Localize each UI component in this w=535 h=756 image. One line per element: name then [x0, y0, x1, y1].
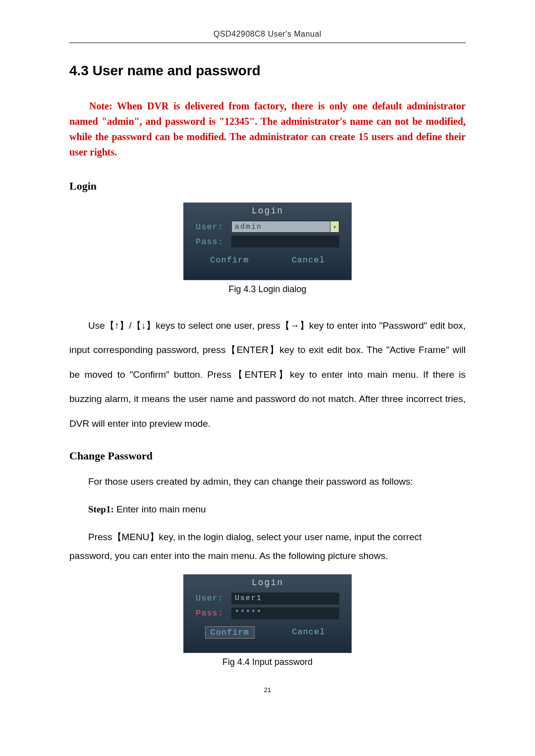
- login-dialog-figure-2: Login User: Pass: Confirm Cancel: [183, 574, 352, 653]
- document-page: QSD42908C8 User's Manual 4.3 User name a…: [0, 0, 535, 713]
- step1-label: Step1:: [88, 504, 114, 514]
- login-user-input-2[interactable]: [231, 593, 339, 605]
- confirm-button-2[interactable]: Confirm: [205, 626, 255, 639]
- usage-paragraph: Use【↑】/【↓】keys to select one user, press…: [69, 313, 466, 436]
- login-dialog-title-2: Login: [189, 578, 346, 588]
- change-password-intro: For those users created by admin, they c…: [69, 472, 466, 491]
- login-user-row: User: ▾: [189, 221, 346, 233]
- chevron-down-icon[interactable]: ▾: [330, 221, 339, 233]
- login-pass-input-2[interactable]: [231, 607, 339, 619]
- login-pass-row-2: Pass:: [189, 607, 346, 619]
- page-header: QSD42908C8 User's Manual: [69, 30, 466, 43]
- login-pass-label: Pass:: [196, 237, 231, 247]
- cancel-button-2[interactable]: Cancel: [287, 626, 330, 639]
- figure-caption-2: Fig 4.4 Input password: [69, 657, 466, 667]
- login-dialog-figure-1: Login User: ▾ Pass: Confirm Cancel: [183, 202, 352, 280]
- login-user-label-2: User:: [196, 594, 231, 603]
- page-number: 21: [69, 686, 466, 694]
- login-pass-row: Pass:: [189, 236, 346, 248]
- section-title: 4.3 User name and password: [69, 63, 466, 79]
- step1-line: Step1: Enter into main menu: [69, 500, 466, 519]
- step1-text: Enter into main menu: [114, 504, 206, 514]
- login-user-input[interactable]: [231, 221, 330, 233]
- login-user-label: User:: [196, 222, 231, 232]
- login-button-row-2: Confirm Cancel: [189, 626, 346, 639]
- subheading-change-password: Change Password: [69, 450, 466, 462]
- login-user-row-2: User:: [189, 593, 346, 605]
- login-user-dropdown[interactable]: ▾: [231, 221, 339, 233]
- confirm-button[interactable]: Confirm: [205, 254, 254, 266]
- login-button-row: Confirm Cancel: [189, 254, 346, 266]
- cancel-button[interactable]: Cancel: [287, 254, 330, 266]
- subheading-login: Login: [69, 180, 466, 193]
- login-pass-label-2: Pass:: [196, 608, 231, 618]
- note-paragraph: Note: When DVR is delivered from factory…: [69, 99, 466, 160]
- step1-description: Press【MENU】key, in the login dialog, sel…: [69, 528, 466, 565]
- login-pass-input[interactable]: [231, 236, 339, 248]
- figure-caption-1: Fig 4.3 Login dialog: [69, 284, 466, 295]
- login-dialog-title: Login: [189, 206, 346, 216]
